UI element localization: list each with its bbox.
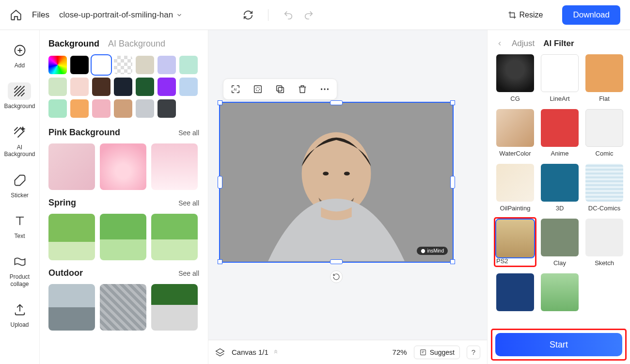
filter-clay[interactable]: Clay [541, 219, 579, 267]
filter-cg[interactable]: CG [496, 54, 534, 102]
filter-item[interactable] [496, 273, 534, 314]
filter-label: Clay [553, 259, 566, 267]
selection-box[interactable]: insMind [219, 102, 454, 263]
sticker-icon [13, 174, 27, 187]
redo-icon[interactable] [303, 10, 314, 20]
handle-se[interactable] [450, 259, 455, 264]
handle-w[interactable] [218, 176, 222, 189]
see-all-link[interactable]: See all [178, 269, 199, 277]
filter-watercolor[interactable]: WaterColor [496, 109, 534, 157]
tool-upload[interactable]: Upload [6, 299, 33, 330]
swatch-transparent[interactable] [114, 56, 132, 74]
tool-background[interactable]: Background [2, 80, 37, 111]
help-button[interactable]: ? [467, 346, 480, 359]
filter-label: CG [510, 95, 520, 102]
handle-s[interactable] [330, 259, 343, 264]
swatch-seafoam[interactable] [48, 99, 67, 118]
upload-icon [13, 303, 27, 317]
swatch-lavender[interactable] [158, 56, 176, 74]
bg-thumb[interactable] [100, 143, 146, 190]
svg-point-13 [421, 249, 425, 253]
tool-add[interactable]: Add [6, 40, 33, 71]
filter-comic[interactable]: Comic [585, 109, 623, 157]
bg-thumb[interactable] [100, 214, 146, 260]
resize-button[interactable]: Resize [508, 11, 543, 19]
layers-icon[interactable] [215, 348, 225, 357]
see-all-link[interactable]: See all [178, 129, 199, 137]
bg-thumb[interactable] [48, 214, 95, 260]
filter-sketch[interactable]: Sketch [585, 219, 623, 267]
bg-thumb[interactable] [151, 143, 198, 190]
home-icon[interactable] [10, 9, 22, 21]
download-button[interactable]: Download [562, 5, 620, 25]
swatch-orange[interactable] [70, 99, 89, 118]
filter-lineart[interactable]: LineArt [541, 54, 579, 102]
see-all-link[interactable]: See all [178, 199, 199, 207]
bg-thumb[interactable] [151, 214, 198, 260]
svg-point-11 [323, 172, 329, 175]
swatch-sage[interactable] [48, 78, 67, 96]
zoom-level[interactable]: 72% [393, 348, 407, 356]
tab-adjust[interactable]: Adjust [512, 39, 535, 48]
tool-product-collage[interactable]: Product collage [6, 251, 33, 289]
filter-item[interactable] [541, 273, 579, 314]
rotate-handle[interactable] [330, 270, 343, 283]
canvas-bottom-bar: Canvas 1/1 72% Suggest ? [208, 340, 487, 364]
swatch-white[interactable] [92, 56, 110, 74]
ai-expand-icon[interactable]: AI [230, 84, 241, 95]
handle-ne[interactable] [450, 100, 455, 105]
handle-nw[interactable] [218, 100, 222, 105]
swatch-tan[interactable] [136, 56, 154, 74]
bg-thumb[interactable] [100, 284, 146, 331]
filter-flat[interactable]: Flat [585, 54, 623, 102]
sparkle-note-icon [419, 348, 427, 356]
filter-ps2[interactable]: PS2 [496, 219, 534, 267]
filename-dropdown[interactable]: close-up-portrait-of-smiling-han [59, 10, 173, 20]
duplicate-icon[interactable] [275, 84, 285, 95]
swatch-brown[interactable] [92, 78, 110, 96]
swatch-rainbow[interactable] [48, 56, 67, 74]
tab-ai-background[interactable]: AI Background [108, 39, 165, 49]
swatch-silver[interactable] [136, 99, 154, 118]
tab-background[interactable]: Background [48, 39, 99, 49]
sync-icon[interactable] [243, 10, 253, 20]
swatch-mint[interactable] [179, 56, 198, 74]
bg-thumb[interactable] [48, 143, 95, 190]
swatch-forest[interactable] [136, 78, 154, 96]
tab-ai-filter[interactable]: AI Filter [543, 39, 574, 48]
undo-icon[interactable] [283, 10, 294, 20]
crop-square-icon[interactable] [252, 84, 263, 95]
swatch-black[interactable] [70, 56, 89, 74]
filter-3d[interactable]: 3D [541, 164, 579, 212]
swatch-blush[interactable] [70, 78, 89, 96]
chevron-down-icon[interactable] [176, 12, 183, 18]
delete-icon[interactable] [297, 84, 308, 95]
bg-thumb[interactable] [48, 284, 95, 331]
tool-sticker[interactable]: Sticker [6, 170, 33, 201]
start-button[interactable]: Start [495, 333, 622, 356]
handle-sw[interactable] [218, 259, 222, 264]
tool-ai-background[interactable]: AI Background [2, 122, 37, 160]
canvas-pager[interactable]: Canvas 1/1 [232, 348, 279, 356]
swatch-skyblue[interactable] [179, 78, 198, 96]
filter-dc-comics[interactable]: DC-Comics [585, 164, 623, 212]
filter-label: OilPainting [500, 205, 531, 212]
tool-text[interactable]: Text [6, 210, 33, 241]
more-icon[interactable] [319, 84, 330, 95]
files-menu[interactable]: Files [32, 10, 49, 20]
swatch-navy[interactable] [114, 78, 132, 96]
swatch-pink[interactable] [92, 99, 110, 118]
filter-anime[interactable]: Anime [541, 109, 579, 157]
suggest-button[interactable]: Suggest [414, 346, 460, 359]
swatch-bronze[interactable] [114, 99, 132, 118]
back-icon[interactable] [496, 40, 503, 47]
filter-oilpainting[interactable]: OilPainting [496, 164, 534, 212]
swatch-charcoal[interactable] [158, 99, 176, 118]
handle-n[interactable] [330, 100, 343, 105]
bg-thumb[interactable] [151, 284, 198, 331]
handle-e[interactable] [450, 176, 455, 189]
swatch-violet[interactable] [158, 78, 176, 96]
svg-rect-5 [277, 86, 282, 91]
canvas-stage[interactable]: AI [208, 30, 487, 340]
section-title: Outdoor [48, 268, 83, 278]
